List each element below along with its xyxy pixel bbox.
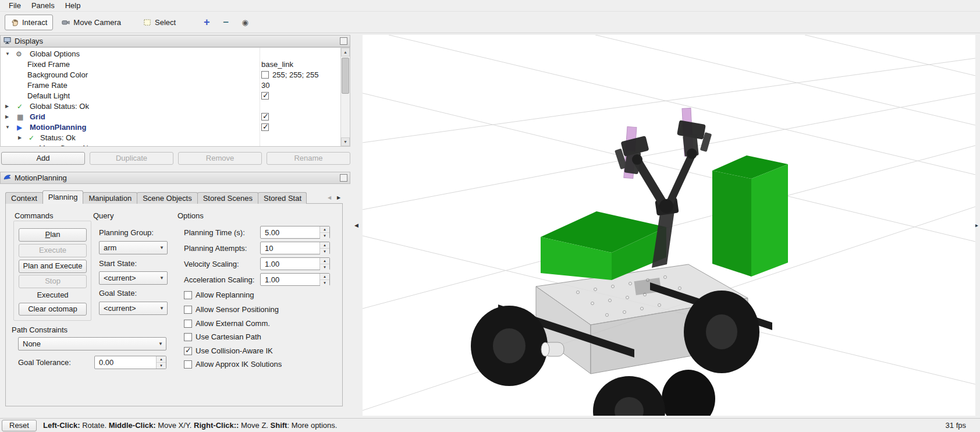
spin-value[interactable]: 1.00 bbox=[261, 274, 319, 285]
expand-arrow-icon[interactable]: ▼ bbox=[5, 51, 12, 56]
tree-scrollbar[interactable]: ▲ ▼ bbox=[340, 48, 350, 146]
menu-panels[interactable]: Panels bbox=[26, 0, 60, 11]
green-box-right[interactable] bbox=[712, 155, 788, 277]
checkbox-box[interactable] bbox=[184, 333, 192, 341]
spin-value[interactable]: 10 bbox=[261, 242, 319, 254]
frame-rate-value[interactable]: 30 bbox=[261, 80, 269, 91]
allow-external-comm-checkbox[interactable]: Allow External Comm. bbox=[184, 318, 270, 328]
checkbox-box[interactable] bbox=[184, 347, 192, 355]
gripper-right[interactable] bbox=[677, 120, 712, 159]
fixed-frame-value[interactable]: base_link bbox=[261, 59, 293, 70]
checkbox-box[interactable] bbox=[184, 291, 192, 299]
plan-button[interactable]: Plan bbox=[19, 228, 87, 242]
planning-attempts-spinbox[interactable]: 10 ▲▼ bbox=[260, 242, 330, 254]
spin-down-button[interactable]: ▼ bbox=[320, 249, 329, 254]
motionplanning-display-icon: ▶ bbox=[17, 123, 26, 132]
interact-tool-button[interactable]: Interact bbox=[5, 15, 53, 30]
tab-planning[interactable]: Planning bbox=[42, 190, 84, 204]
expand-arrow-icon[interactable]: ▶ bbox=[5, 104, 12, 109]
float-panel-button[interactable] bbox=[340, 37, 347, 45]
tree-row-clipped[interactable]: Move Group Namespace bbox=[1, 143, 350, 147]
allow-replanning-checkbox[interactable]: Allow Replanning bbox=[184, 290, 254, 300]
tab-context[interactable]: Context bbox=[5, 192, 43, 204]
rover-robot[interactable] bbox=[471, 264, 772, 416]
menu-file[interactable]: File bbox=[3, 0, 26, 11]
spin-up-button[interactable]: ▲ bbox=[320, 274, 329, 280]
tree-row-status-ok[interactable]: ▶ ✓ Status: Ok bbox=[1, 133, 350, 143]
panel-collapse-left-arrow[interactable]: ◀ bbox=[354, 222, 358, 228]
float-panel-button[interactable] bbox=[340, 174, 347, 182]
velocity-scaling-spinbox[interactable]: 1.00 ▲▼ bbox=[260, 257, 330, 270]
displays-panel-titlebar[interactable]: Displays bbox=[0, 35, 350, 47]
color-swatch[interactable] bbox=[261, 71, 269, 79]
spin-down-button[interactable]: ▼ bbox=[157, 363, 166, 369]
3d-viewport[interactable] bbox=[363, 35, 975, 416]
select-tool-button[interactable]: Select bbox=[137, 15, 182, 30]
tree-row-frame-rate[interactable]: Frame Rate 30 bbox=[1, 80, 350, 91]
tree-row-fixed-frame[interactable]: Fixed Frame base_link bbox=[1, 59, 350, 70]
expand-arrow-icon[interactable]: ▶ bbox=[18, 135, 25, 140]
checkbox-box[interactable] bbox=[184, 306, 192, 314]
tab-stored-scenes[interactable]: Stored Scenes bbox=[197, 192, 258, 204]
checkbox-box[interactable] bbox=[184, 360, 192, 369]
tree-row-motionplanning[interactable]: ▼ ▶ MotionPlanning bbox=[1, 122, 350, 133]
motionplanning-panel-titlebar[interactable]: MotionPlanning bbox=[0, 172, 350, 184]
green-box-left[interactable] bbox=[541, 211, 666, 280]
spin-up-button[interactable]: ▲ bbox=[157, 356, 166, 363]
expand-arrow-icon[interactable]: ▶ bbox=[5, 114, 12, 119]
tree-row-grid[interactable]: ▶ ▦ Grid bbox=[1, 112, 350, 122]
tab-stored-states[interactable]: Stored Stat bbox=[258, 192, 307, 204]
expand-arrow-icon[interactable]: ▼ bbox=[5, 125, 12, 130]
allow-sensor-positioning-checkbox[interactable]: Allow Sensor Positioning bbox=[184, 304, 279, 314]
spin-up-button[interactable]: ▲ bbox=[320, 242, 329, 249]
move-camera-label: Move Camera bbox=[73, 18, 121, 27]
spin-up-button[interactable]: ▲ bbox=[320, 226, 329, 233]
workspace: Displays ▼ ⚙ Global Options Fixed Frame … bbox=[0, 33, 980, 418]
menu-help[interactable]: Help bbox=[60, 0, 86, 11]
scrollbar-thumb[interactable] bbox=[342, 58, 349, 94]
checkbox-box[interactable] bbox=[184, 320, 192, 328]
scroll-up-button[interactable]: ▲ bbox=[341, 48, 350, 56]
use-collision-aware-ik-checkbox[interactable]: Use Collision-Aware IK bbox=[184, 346, 273, 356]
tree-row-background-color[interactable]: Background Color 255; 255; 255 bbox=[1, 70, 350, 80]
scroll-down-button[interactable]: ▼ bbox=[341, 137, 350, 146]
goal-tolerance-spinbox[interactable]: 0.00 ▲▼ bbox=[94, 356, 166, 369]
goal-state-combo[interactable]: <current> ▼ bbox=[99, 302, 168, 315]
focus-camera-icon: ◉ bbox=[242, 18, 248, 27]
tab-manipulation[interactable]: Manipulation bbox=[83, 192, 137, 204]
spin-value[interactable]: 5.00 bbox=[261, 226, 319, 238]
move-camera-tool-button[interactable]: Move Camera bbox=[55, 15, 127, 30]
motionplanning-enabled-checkbox[interactable] bbox=[261, 123, 269, 131]
acceleration-scaling-spinbox[interactable]: 1.00 ▲▼ bbox=[260, 273, 330, 286]
spin-down-button[interactable]: ▼ bbox=[320, 264, 329, 270]
default-light-checkbox[interactable] bbox=[261, 92, 269, 100]
tab-scroll-right-button[interactable]: ▶ bbox=[334, 193, 343, 203]
grid-enabled-checkbox[interactable] bbox=[261, 113, 269, 121]
hint-segment: Rotate. bbox=[80, 421, 109, 430]
planning-group-combo[interactable]: arm ▼ bbox=[99, 241, 168, 254]
background-color-value[interactable]: 255; 255; 255 bbox=[272, 70, 319, 80]
allow-approx-ik-checkbox[interactable]: Allow Approx IK Solutions bbox=[184, 359, 282, 369]
spin-value[interactable]: 1.00 bbox=[261, 258, 319, 270]
reset-button[interactable]: Reset bbox=[2, 420, 37, 431]
tab-scroll-left-button[interactable]: ◀ bbox=[325, 193, 334, 203]
plan-and-execute-button[interactable]: Plan and Execute bbox=[19, 260, 87, 273]
spin-down-button[interactable]: ▼ bbox=[320, 280, 329, 286]
tree-row-global-status[interactable]: ▶ ✓ Global Status: Ok bbox=[1, 101, 350, 112]
add-display-button[interactable]: Add bbox=[1, 152, 85, 165]
spin-value[interactable]: 0.00 bbox=[95, 356, 156, 369]
zoom-out-button[interactable]: − bbox=[218, 15, 233, 30]
spin-up-button[interactable]: ▲ bbox=[320, 258, 329, 264]
zoom-in-button[interactable]: + bbox=[199, 15, 214, 30]
hint-segment: : More options. bbox=[287, 421, 337, 430]
start-state-combo[interactable]: <current> ▼ bbox=[99, 271, 168, 285]
clear-octomap-button[interactable]: Clear octomap bbox=[19, 303, 87, 316]
spin-down-button[interactable]: ▼ bbox=[320, 233, 329, 239]
tree-row-global-options[interactable]: ▼ ⚙ Global Options bbox=[1, 49, 350, 59]
tab-scene-objects[interactable]: Scene Objects bbox=[137, 192, 198, 204]
use-cartesian-path-checkbox[interactable]: Use Cartesian Path bbox=[184, 332, 261, 342]
path-constraints-combo[interactable]: None ▼ bbox=[18, 337, 166, 350]
planning-time-spinbox[interactable]: 5.00 ▲▼ bbox=[260, 226, 330, 239]
focus-camera-button[interactable]: ◉ bbox=[237, 15, 253, 30]
tree-row-default-light[interactable]: Default Light bbox=[1, 91, 350, 101]
